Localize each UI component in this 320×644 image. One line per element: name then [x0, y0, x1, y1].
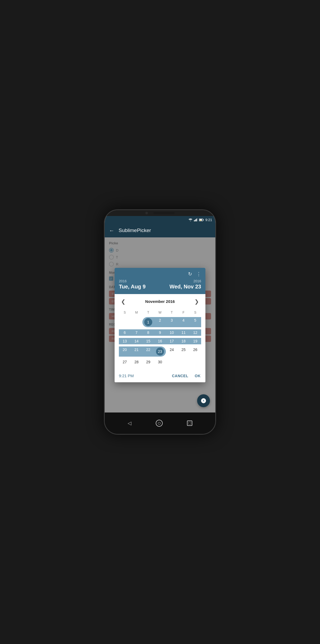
date-end: 2016 Wed, Nov 23 — [169, 279, 201, 290]
svg-rect-3 — [197, 218, 198, 221]
day-empty — [119, 317, 131, 328]
back-nav-button[interactable]: ◁ — [128, 420, 131, 426]
week-row-5: 27 28 29 30 — [119, 358, 201, 366]
prev-month-button[interactable]: ❮ — [119, 297, 128, 306]
weekday-m: M — [131, 310, 142, 315]
day-9[interactable]: 9 — [154, 329, 166, 336]
day-1[interactable]: 1 — [142, 317, 154, 328]
svg-rect-0 — [194, 220, 195, 221]
start-year: 2016 — [119, 279, 146, 283]
app-title: SublimePicker — [119, 227, 151, 233]
content-bg: Picke D T R More — [105, 237, 215, 412]
day-2[interactable]: 2 — [154, 317, 166, 328]
date-picker-dialog: ↻ ⋮ 2016 Tue, Aug 9 2016 Wed, Nov 23 — [115, 268, 205, 382]
weekday-s2: S — [189, 310, 201, 315]
day-empty — [131, 317, 142, 328]
svg-text:⚡: ⚡ — [200, 219, 202, 221]
day-6[interactable]: 6 — [119, 329, 131, 336]
days-grid: 1 2 3 4 5 6 7 — [119, 317, 201, 366]
home-nav-button[interactable]: ○ — [156, 420, 163, 427]
weekday-t2: T — [166, 310, 178, 315]
calendar-nav: ❮ November 2016 ❯ — [119, 297, 201, 306]
day-23[interactable]: 23 — [154, 346, 166, 357]
refresh-button[interactable]: ↻ — [188, 271, 192, 277]
phone-frame: ⚡ 9:21 ← SublimePicker Picke D — [104, 209, 216, 435]
battery-icon: ⚡ — [199, 218, 204, 221]
svg-rect-1 — [195, 219, 196, 221]
day-11[interactable]: 11 — [178, 329, 189, 336]
dialog-footer: 9:21 PM CANCEL OK — [115, 369, 205, 382]
status-icons: ⚡ — [188, 218, 204, 221]
day-20[interactable]: 20 — [119, 346, 131, 357]
day-13[interactable]: 13 — [119, 337, 131, 345]
day-5[interactable]: 5 — [189, 317, 201, 328]
next-month-button[interactable]: ❯ — [192, 297, 201, 306]
day-28[interactable]: 28 — [131, 358, 142, 366]
day-21[interactable]: 21 — [131, 346, 142, 357]
day-7[interactable]: 7 — [131, 329, 142, 336]
weekdays-row: S M T W T F S — [119, 310, 201, 315]
start-date: Tue, Aug 9 — [119, 284, 146, 290]
camera-dot — [145, 212, 148, 214]
svg-rect-5 — [203, 219, 204, 220]
day-24[interactable]: 24 — [166, 346, 178, 357]
weekday-w: W — [154, 310, 166, 315]
day-8[interactable]: 8 — [142, 329, 154, 336]
weekday-f: F — [178, 310, 189, 315]
day-30[interactable]: 30 — [154, 358, 166, 366]
footer-actions: CANCEL OK — [171, 373, 201, 379]
week-row-3: 13 14 15 16 17 18 19 — [119, 337, 201, 345]
back-button[interactable]: ← — [109, 227, 114, 234]
weekday-s1: S — [119, 310, 131, 315]
cancel-button[interactable]: CANCEL — [171, 373, 189, 379]
month-year-label: November 2016 — [145, 299, 175, 304]
day-29[interactable]: 29 — [142, 358, 154, 366]
dialog-header-actions: ↻ ⋮ — [119, 271, 201, 277]
rocket-icon — [201, 398, 206, 404]
dates-row: 2016 Tue, Aug 9 2016 Wed, Nov 23 — [119, 279, 201, 290]
more-options-button[interactable]: ⋮ — [196, 271, 201, 277]
svg-point-8 — [203, 400, 204, 401]
dialog-header: ↻ ⋮ 2016 Tue, Aug 9 2016 Wed, Nov 23 — [115, 268, 205, 294]
svg-rect-2 — [196, 219, 197, 221]
day-18[interactable]: 18 — [178, 337, 189, 345]
date-start: 2016 Tue, Aug 9 — [119, 279, 146, 290]
day-16[interactable]: 16 — [154, 337, 166, 345]
recents-nav-button[interactable]: □ — [187, 421, 192, 426]
phone-bottom-nav: ◁ ○ □ — [105, 412, 215, 434]
day-17[interactable]: 17 — [166, 337, 178, 345]
phone-screen: ⚡ 9:21 ← SublimePicker Picke D — [105, 216, 215, 412]
footer-time: 9:21 PM — [119, 373, 134, 378]
speaker-grille — [153, 212, 175, 214]
day-14[interactable]: 14 — [131, 337, 142, 345]
phone-top-bar — [105, 210, 215, 216]
end-year: 2016 — [169, 279, 201, 283]
week-row-4: 20 21 22 23 24 25 26 — [119, 346, 201, 357]
modal-overlay: ↻ ⋮ 2016 Tue, Aug 9 2016 Wed, Nov 23 — [105, 237, 215, 412]
day-25[interactable]: 25 — [178, 346, 189, 357]
day-12[interactable]: 12 — [189, 329, 201, 336]
day-10[interactable]: 10 — [166, 329, 178, 336]
day-26[interactable]: 26 — [189, 346, 201, 357]
day-22[interactable]: 22 — [142, 346, 154, 357]
day-27[interactable]: 27 — [119, 358, 131, 366]
fab-button[interactable] — [197, 394, 210, 407]
status-time: 9:21 — [205, 218, 212, 222]
ok-button[interactable]: OK — [194, 373, 201, 379]
calendar-area: ❮ November 2016 ❯ S M T W T F S — [115, 294, 205, 369]
day-3[interactable]: 3 — [166, 317, 178, 328]
day-15[interactable]: 15 — [142, 337, 154, 345]
wifi-icon — [188, 218, 193, 221]
week-row-1: 1 2 3 4 5 — [119, 317, 201, 328]
end-date: Wed, Nov 23 — [169, 284, 201, 290]
day-4[interactable]: 4 — [178, 317, 189, 328]
week-row-2: 6 7 8 9 10 11 12 — [119, 329, 201, 336]
status-bar: ⚡ 9:21 — [105, 216, 215, 223]
signal-icon — [194, 218, 198, 221]
weekday-t1: T — [142, 310, 154, 315]
day-19[interactable]: 19 — [189, 337, 201, 345]
app-bar: ← SublimePicker — [105, 223, 215, 237]
